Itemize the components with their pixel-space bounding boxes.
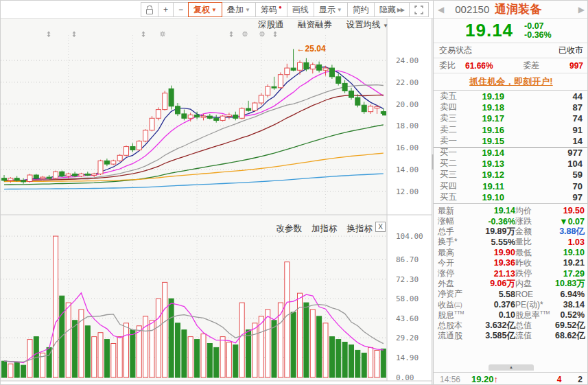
- quote-panel: ◀ 002150 通润装备 ▶ 19.14 -0.07 -0.36% 交易状态 …: [434, 1, 588, 385]
- huaxian-button[interactable]: 画线: [287, 2, 314, 17]
- stat-value: 19.21: [555, 258, 585, 268]
- svg-text:14.90: 14.90: [396, 353, 419, 362]
- svg-text:72.30: 72.30: [396, 275, 419, 284]
- stat-value: 0.10: [470, 310, 515, 320]
- link-rongzirongquan[interactable]: 融资融券: [298, 19, 332, 31]
- stat-value: 19.10: [555, 248, 585, 257]
- zoom-out-button[interactable]: −: [173, 2, 189, 17]
- stat-value: 0.376: [470, 300, 515, 310]
- add-indicator-link[interactable]: 加指标: [311, 224, 338, 233]
- stats-grid: 最新19.14均价19.50涨幅-0.36%涨跌▼0.07总手19.89万金额3…: [434, 203, 588, 342]
- weibi-value: 61.66%: [465, 61, 493, 71]
- chevron-down-icon: ▼: [383, 23, 388, 29]
- order-price: 19.19: [464, 91, 504, 102]
- last-price: 19.14: [465, 20, 513, 41]
- svg-text:43.60: 43.60: [396, 314, 419, 323]
- button-label: 显示: [319, 4, 336, 16]
- price-change: -0.07: [524, 22, 552, 31]
- bid-row-1[interactable]: 买一19.14977: [434, 147, 588, 158]
- link-shezhijunxian[interactable]: 设置均线 ▼: [346, 19, 388, 31]
- stat-value: 19.89万: [470, 226, 515, 237]
- change-params-link[interactable]: 改参数: [277, 224, 303, 233]
- link-shengutong[interactable]: 深股通: [258, 19, 284, 31]
- next-stock-arrow-icon[interactable]: ▶: [578, 5, 585, 14]
- tick-time: 14:56: [440, 375, 460, 384]
- order-price: 19.14: [464, 148, 504, 158]
- diejia-button[interactable]: 叠加▼: [222, 2, 256, 17]
- order-level-label: 卖一: [440, 135, 464, 147]
- price-volume-chart[interactable]: 24.0022.0020.0018.0016.0014.0012.00104.0…: [1, 1, 433, 385]
- button-label: 简约: [353, 4, 369, 16]
- xianshi-button[interactable]: 显示▼: [314, 2, 348, 17]
- close-indicator-button[interactable]: X: [375, 222, 386, 232]
- button-label: 筹码: [261, 4, 277, 16]
- order-price: 19.17: [464, 113, 504, 124]
- bid-row-3[interactable]: 买三19.1259: [434, 170, 588, 180]
- stats-row: 净资产5.58ROE6.94%: [434, 288, 588, 299]
- expand-icon: [414, 5, 423, 14]
- chart-toolbar: +−复权▼叠加▼筹码●画线显示▼简约隐藏▶▶: [1, 1, 433, 19]
- stock-name: 通润装备: [495, 1, 578, 17]
- ask-row-3[interactable]: 卖三19.1774: [434, 113, 588, 124]
- svg-text:104.00: 104.00: [396, 232, 423, 241]
- order-qty: 14: [573, 136, 583, 146]
- stat-value: -0.36%: [470, 217, 515, 226]
- ask-row-1[interactable]: 卖五19.1944: [434, 91, 588, 102]
- bid-row-5[interactable]: 买五19.1097: [434, 192, 588, 203]
- button-label: 画线: [292, 4, 309, 16]
- stat-label: 内盘: [515, 278, 555, 290]
- ad-row: 抓住机会，即刻开户!: [434, 73, 588, 90]
- stats-row: 最新19.14均价19.50: [434, 205, 588, 215]
- order-price: 19.12: [464, 170, 504, 180]
- svg-text:18.00: 18.00: [396, 121, 419, 130]
- tick-count: 2: [578, 375, 583, 384]
- weibi-row: 委比 61.66% 委差 997: [434, 58, 588, 73]
- trade-status-row: 交易状态 已收市: [434, 43, 588, 58]
- order-level-label: 卖五: [440, 91, 464, 102]
- stat-label: 流值: [515, 330, 555, 342]
- order-qty: 977: [567, 148, 583, 158]
- bid-row-4[interactable]: 买四19.1170: [434, 180, 588, 191]
- switch-indicator-link[interactable]: 换指标: [347, 224, 373, 233]
- fuquan-button[interactable]: 复权▼: [188, 2, 222, 17]
- stats-row: 总股本3.632亿总值69.52亿: [434, 320, 588, 330]
- stat-value: 3.88亿: [555, 226, 585, 237]
- stat-value: 19.36: [470, 258, 515, 268]
- trade-status-value: 已收市: [558, 45, 583, 56]
- stat-value: 21.13: [470, 269, 515, 279]
- order-price: 19.16: [464, 125, 504, 135]
- unlock-icon: [146, 9, 153, 14]
- stats-row: 收益㈢0.376PE(动)*38.14: [434, 299, 588, 310]
- button-label: 叠加: [227, 4, 244, 16]
- zoom-in-button[interactable]: +: [158, 2, 174, 17]
- bid-row-2[interactable]: 买二19.13104: [434, 158, 588, 169]
- forward-arrows-icon: ▶▶: [397, 7, 404, 13]
- stats-row: 总手19.89万金额3.88亿: [434, 226, 588, 236]
- order-price: 19.10: [464, 192, 504, 202]
- order-level-label: 买二: [440, 158, 464, 170]
- expand-button[interactable]: [409, 2, 429, 17]
- chevron-down-icon: ▼: [211, 7, 217, 13]
- order-level-label: 卖二: [440, 124, 464, 136]
- ask-row-5[interactable]: 卖一19.1514: [434, 136, 588, 147]
- order-price: 19.13: [464, 159, 504, 169]
- lock-button[interactable]: [141, 2, 158, 17]
- price-change-pct: -0.36%: [524, 31, 552, 40]
- ask-row-2[interactable]: 卖四19.1887: [434, 102, 588, 113]
- svg-text:24.00: 24.00: [396, 56, 419, 65]
- stat-value: 3.585亿: [470, 330, 515, 342]
- stat-value: 17.29: [555, 269, 585, 279]
- prev-stock-arrow-icon[interactable]: ◀: [438, 5, 444, 14]
- chouma-button[interactable]: 筹码●: [255, 2, 287, 17]
- stat-value: 19.14: [470, 206, 515, 215]
- order-price: 19.18: [464, 102, 504, 113]
- ask-row-4[interactable]: 卖二19.1691: [434, 124, 588, 135]
- yincang-button[interactable]: 隐藏▶▶: [374, 2, 410, 17]
- open-account-ad-link[interactable]: 抓住机会，即刻开户!: [469, 75, 552, 88]
- toolbar-buttons: +−复权▼叠加▼筹码●画线显示▼简约隐藏▶▶: [141, 2, 429, 17]
- collapse-handle[interactable]: ▲: [489, 364, 534, 371]
- jianyue-button[interactable]: 简约: [347, 2, 375, 17]
- indicator-links-row: 改参数加指标换指标: [193, 222, 373, 235]
- button-label: +: [163, 5, 168, 14]
- order-price: 19.11: [464, 181, 504, 191]
